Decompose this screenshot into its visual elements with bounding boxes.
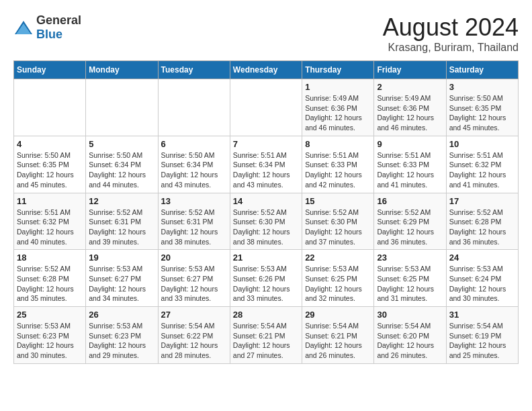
day-info: Sunrise: 5:53 AM Sunset: 6:27 PM Dayligh… — [89, 264, 154, 304]
logo-icon — [13, 19, 34, 36]
calendar-cell: 27Sunrise: 5:54 AM Sunset: 6:22 PM Dayli… — [158, 307, 230, 364]
day-number: 27 — [161, 310, 227, 320]
calendar-cell: 1Sunrise: 5:49 AM Sunset: 6:36 PM Daylig… — [302, 79, 374, 136]
calendar-cell: 21Sunrise: 5:53 AM Sunset: 6:26 PM Dayli… — [230, 250, 302, 307]
day-number: 29 — [305, 310, 371, 320]
day-number: 19 — [89, 253, 154, 263]
day-info: Sunrise: 5:49 AM Sunset: 6:36 PM Dayligh… — [305, 93, 371, 133]
day-info: Sunrise: 5:54 AM Sunset: 6:22 PM Dayligh… — [161, 321, 227, 361]
calendar-cell: 14Sunrise: 5:52 AM Sunset: 6:30 PM Dayli… — [230, 193, 302, 250]
logo: General Blue — [13, 13, 81, 42]
day-number: 16 — [377, 196, 443, 206]
calendar-cell: 18Sunrise: 5:52 AM Sunset: 6:28 PM Dayli… — [14, 250, 86, 307]
day-info: Sunrise: 5:51 AM Sunset: 6:33 PM Dayligh… — [305, 150, 371, 190]
day-number: 30 — [377, 310, 443, 320]
day-info: Sunrise: 5:53 AM Sunset: 6:23 PM Dayligh… — [17, 321, 83, 361]
weekday-header-thursday: Thursday — [302, 61, 374, 79]
calendar-cell: 28Sunrise: 5:54 AM Sunset: 6:21 PM Dayli… — [230, 307, 302, 364]
weekday-header-sunday: Sunday — [14, 61, 86, 79]
day-info: Sunrise: 5:54 AM Sunset: 6:21 PM Dayligh… — [233, 321, 299, 361]
calendar-week-4: 18Sunrise: 5:52 AM Sunset: 6:28 PM Dayli… — [14, 250, 519, 307]
calendar-cell: 5Sunrise: 5:50 AM Sunset: 6:34 PM Daylig… — [86, 136, 158, 193]
calendar-cell: 31Sunrise: 5:54 AM Sunset: 6:19 PM Dayli… — [446, 307, 518, 364]
calendar-cell: 13Sunrise: 5:52 AM Sunset: 6:31 PM Dayli… — [158, 193, 230, 250]
weekday-header-friday: Friday — [374, 61, 446, 79]
day-info: Sunrise: 5:53 AM Sunset: 6:25 PM Dayligh… — [305, 264, 371, 304]
day-number: 31 — [449, 310, 515, 320]
day-number: 21 — [233, 253, 299, 263]
day-info: Sunrise: 5:52 AM Sunset: 6:30 PM Dayligh… — [305, 208, 371, 247]
day-info: Sunrise: 5:54 AM Sunset: 6:21 PM Dayligh… — [305, 321, 371, 361]
day-number: 11 — [17, 196, 83, 206]
day-number: 28 — [233, 310, 299, 320]
day-info: Sunrise: 5:52 AM Sunset: 6:28 PM Dayligh… — [17, 264, 83, 304]
calendar-cell — [86, 79, 158, 136]
page-header: General Blue August 2024 Krasang, Burira… — [13, 13, 519, 54]
logo-text-blue: Blue — [36, 28, 62, 41]
calendar-cell: 19Sunrise: 5:53 AM Sunset: 6:27 PM Dayli… — [86, 250, 158, 307]
calendar-table: SundayMondayTuesdayWednesdayThursdayFrid… — [13, 60, 519, 364]
calendar-cell: 22Sunrise: 5:53 AM Sunset: 6:25 PM Dayli… — [302, 250, 374, 307]
day-info: Sunrise: 5:54 AM Sunset: 6:19 PM Dayligh… — [449, 321, 515, 361]
calendar-cell: 24Sunrise: 5:53 AM Sunset: 6:24 PM Dayli… — [446, 250, 518, 307]
day-info: Sunrise: 5:53 AM Sunset: 6:23 PM Dayligh… — [89, 321, 154, 361]
day-number: 2 — [377, 82, 443, 92]
calendar-cell: 15Sunrise: 5:52 AM Sunset: 6:30 PM Dayli… — [302, 193, 374, 250]
day-number: 22 — [305, 253, 371, 263]
weekday-header-monday: Monday — [86, 61, 158, 79]
calendar-week-3: 11Sunrise: 5:51 AM Sunset: 6:32 PM Dayli… — [14, 193, 519, 250]
calendar-cell: 2Sunrise: 5:49 AM Sunset: 6:36 PM Daylig… — [374, 79, 446, 136]
day-number: 26 — [89, 310, 154, 320]
day-info: Sunrise: 5:54 AM Sunset: 6:20 PM Dayligh… — [377, 321, 443, 361]
day-number: 12 — [89, 196, 154, 206]
weekday-header-tuesday: Tuesday — [158, 61, 230, 79]
day-info: Sunrise: 5:52 AM Sunset: 6:29 PM Dayligh… — [377, 208, 443, 247]
day-number: 23 — [377, 253, 443, 263]
calendar-cell: 6Sunrise: 5:50 AM Sunset: 6:34 PM Daylig… — [158, 136, 230, 193]
day-info: Sunrise: 5:52 AM Sunset: 6:31 PM Dayligh… — [161, 208, 227, 247]
day-info: Sunrise: 5:51 AM Sunset: 6:33 PM Dayligh… — [377, 150, 443, 190]
calendar-cell: 11Sunrise: 5:51 AM Sunset: 6:32 PM Dayli… — [14, 193, 86, 250]
day-info: Sunrise: 5:51 AM Sunset: 6:34 PM Dayligh… — [233, 150, 299, 190]
day-number: 24 — [449, 253, 515, 263]
weekday-header-saturday: Saturday — [446, 61, 518, 79]
calendar-cell — [14, 79, 86, 136]
calendar-cell: 9Sunrise: 5:51 AM Sunset: 6:33 PM Daylig… — [374, 136, 446, 193]
day-number: 8 — [305, 139, 371, 149]
calendar-cell: 10Sunrise: 5:51 AM Sunset: 6:32 PM Dayli… — [446, 136, 518, 193]
day-info: Sunrise: 5:51 AM Sunset: 6:32 PM Dayligh… — [449, 150, 515, 190]
calendar-cell: 29Sunrise: 5:54 AM Sunset: 6:21 PM Dayli… — [302, 307, 374, 364]
day-info: Sunrise: 5:50 AM Sunset: 6:35 PM Dayligh… — [449, 93, 515, 133]
page-subtitle: Krasang, Buriram, Thailand — [383, 42, 519, 54]
day-number: 20 — [161, 253, 227, 263]
calendar-cell — [158, 79, 230, 136]
calendar-cell: 12Sunrise: 5:52 AM Sunset: 6:31 PM Dayli… — [86, 193, 158, 250]
day-number: 3 — [449, 82, 515, 92]
weekday-header-wednesday: Wednesday — [230, 61, 302, 79]
calendar-cell: 23Sunrise: 5:53 AM Sunset: 6:25 PM Dayli… — [374, 250, 446, 307]
calendar-cell: 8Sunrise: 5:51 AM Sunset: 6:33 PM Daylig… — [302, 136, 374, 193]
calendar-cell: 4Sunrise: 5:50 AM Sunset: 6:35 PM Daylig… — [14, 136, 86, 193]
calendar-cell: 17Sunrise: 5:52 AM Sunset: 6:28 PM Dayli… — [446, 193, 518, 250]
calendar-cell — [230, 79, 302, 136]
day-number: 13 — [161, 196, 227, 206]
day-number: 15 — [305, 196, 371, 206]
calendar-cell: 25Sunrise: 5:53 AM Sunset: 6:23 PM Dayli… — [14, 307, 86, 364]
page-title: August 2024 — [383, 13, 519, 42]
day-number: 7 — [233, 139, 299, 149]
day-number: 18 — [17, 253, 83, 263]
day-info: Sunrise: 5:53 AM Sunset: 6:26 PM Dayligh… — [233, 264, 299, 304]
calendar-week-1: 1Sunrise: 5:49 AM Sunset: 6:36 PM Daylig… — [14, 79, 519, 136]
calendar-cell: 7Sunrise: 5:51 AM Sunset: 6:34 PM Daylig… — [230, 136, 302, 193]
day-info: Sunrise: 5:52 AM Sunset: 6:31 PM Dayligh… — [89, 208, 154, 247]
calendar-cell: 26Sunrise: 5:53 AM Sunset: 6:23 PM Dayli… — [86, 307, 158, 364]
day-number: 14 — [233, 196, 299, 206]
day-number: 5 — [89, 139, 154, 149]
day-number: 10 — [449, 139, 515, 149]
day-info: Sunrise: 5:53 AM Sunset: 6:24 PM Dayligh… — [449, 264, 515, 304]
day-info: Sunrise: 5:50 AM Sunset: 6:35 PM Dayligh… — [17, 150, 83, 190]
day-info: Sunrise: 5:49 AM Sunset: 6:36 PM Dayligh… — [377, 93, 443, 133]
day-number: 25 — [17, 310, 83, 320]
logo-text-general: General — [36, 13, 81, 27]
day-info: Sunrise: 5:51 AM Sunset: 6:32 PM Dayligh… — [17, 208, 83, 247]
